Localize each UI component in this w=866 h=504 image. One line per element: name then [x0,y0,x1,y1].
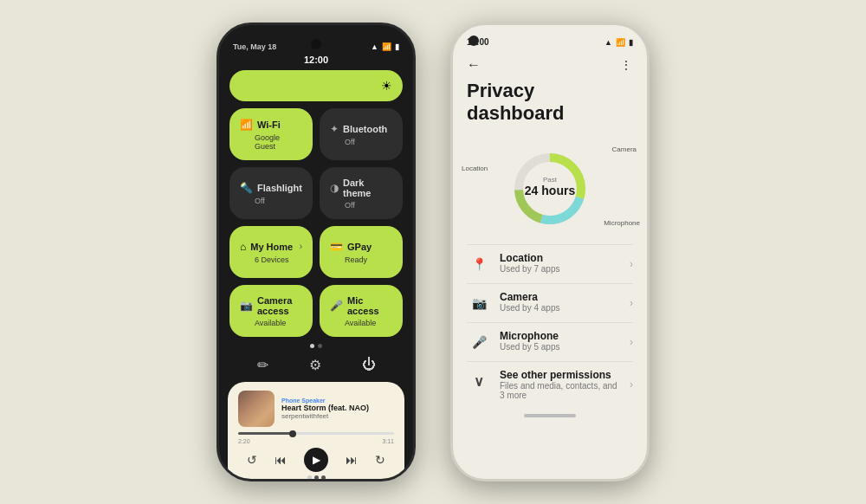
permissions-list: 📍 Location Used by 7 apps › 📷 Camera Use… [453,241,647,410]
wifi-icon: 📶 [240,119,253,131]
page-title: Privacy dashboard [453,76,647,132]
flashlight-label: Flashlight [257,183,302,193]
perm-location-text: Location Used by 7 apps [500,252,560,274]
mp-dot-1 [307,475,312,480]
donut-label-top: Past [525,176,575,184]
mp-dots [238,475,394,480]
time-current: 2:20 [238,438,250,444]
camera-access-icon: 📷 [240,300,253,312]
camera-punch-left [311,39,321,49]
edit-icon[interactable]: ✏ [257,357,268,373]
microphone-chevron: › [630,336,633,348]
power-icon[interactable]: ⏻ [362,357,376,373]
media-player: Phone Speaker Heart Storm (feat. NAO) se… [228,382,404,481]
status-icons-right: ▲ 📶 ▮ [604,38,633,47]
settings-icon[interactable]: ⚙ [309,357,321,373]
location-chevron: › [630,258,633,270]
myhome-sub: 6 Devices [240,255,302,264]
gpay-icon: 💳 [330,241,343,253]
mic-icon: 🎤 [330,300,343,312]
brightness-icon: ☀ [381,79,392,93]
mp-dot-2 [314,475,319,480]
time-left: 12:00 [219,55,413,65]
forward-icon[interactable]: ↻ [375,453,385,467]
tile-gpay[interactable]: 💳 GPay Ready [320,226,403,278]
replay-icon[interactable]: ↺ [247,453,257,467]
rp-nav: ← ⋮ [453,50,647,76]
mp-times: 2:20 3:11 [238,438,394,444]
mic-label: Mic access [347,295,392,316]
tile-wifi[interactable]: 📶 Wi-Fi Google Guest [229,108,313,160]
location-name: Location [500,252,560,264]
mic-sub: Available [330,319,392,327]
legend-camera: Camera [612,145,637,153]
mp-device: Phone Speaker [281,397,394,404]
next-icon[interactable]: ⏭ [346,453,358,467]
dot-1 [310,344,314,348]
perm-location[interactable]: 📍 Location Used by 7 apps › [467,244,633,283]
gpay-sub: Ready [330,255,392,264]
menu-button[interactable]: ⋮ [620,58,633,72]
phone-left: Tue, May 18 ▲ 📶 ▮ 12:00 ☀ 📶 Wi-Fi Google… [216,23,416,481]
mp-artist: serpentwithfeet [281,412,394,420]
bottom-icons: ✏ ⚙ ⏻ [219,352,413,378]
tile-darktheme[interactable]: ◑ Dark theme Off [320,167,403,219]
battery-icon: ▮ [395,42,399,51]
signal-icon: 📶 [382,42,391,51]
wifi-label: Wi-Fi [257,120,281,130]
perm-other-text: See other permissions Files and media, c… [500,369,621,400]
perm-camera[interactable]: 📷 Camera Used by 4 apps › [467,283,633,322]
gpay-label: GPay [347,242,372,252]
status-bar-right: 12:00 ▲ 📶 ▮ [453,25,647,50]
status-date: Tue, May 18 [233,42,276,51]
camera-label: Camera access [257,295,302,316]
status-icons-left: ▲ 📶 ▮ [371,42,399,51]
camera-punch-right [469,36,479,46]
microphone-icon: 🎤 [467,330,491,354]
tile-mic[interactable]: 🎤 Mic access Available [320,285,403,337]
perm-microphone[interactable]: 🎤 Microphone Used by 5 apps › [467,322,633,361]
location-desc: Used by 7 apps [500,264,560,274]
play-button[interactable]: ▶ [304,448,328,472]
mp-info: Phone Speaker Heart Storm (feat. NAO) se… [281,397,394,420]
tile-camera[interactable]: 📷 Camera access Available [229,285,313,337]
prev-icon[interactable]: ⏮ [275,453,287,467]
wifi-right-icon: 📶 [616,38,625,47]
dot-2 [318,344,322,348]
other-chevron: › [630,378,633,391]
camera-name: Camera [500,291,560,303]
progress-bar[interactable] [238,432,394,435]
bluetooth-sub: Off [330,138,392,146]
camera-chevron: › [630,297,633,309]
brightness-slider[interactable]: ☀ [229,70,403,101]
darktheme-label: Dark theme [343,178,392,198]
other-name: See other permissions [500,369,621,381]
bluetooth-label: Bluetooth [343,124,387,134]
camera-perm-icon: 📷 [467,291,491,315]
tile-flashlight[interactable]: 🔦 Flashlight Off [229,167,313,219]
perm-camera-text: Camera Used by 4 apps [500,291,560,313]
signal-right-icon: ▲ [604,38,612,47]
phones-container: Tue, May 18 ▲ 📶 ▮ 12:00 ☀ 📶 Wi-Fi Google… [0,5,866,499]
darktheme-icon: ◑ [330,182,339,194]
microphone-desc: Used by 5 apps [500,342,560,352]
tile-myhome[interactable]: ⌂ My Home › 6 Devices [229,226,313,278]
wifi-status-icon: ▲ [371,42,378,51]
mp-dot-3 [321,475,326,480]
progress-fill [238,432,293,435]
battery-right-icon: ▮ [629,38,633,47]
donut-label: Past 24 hours [525,176,575,197]
legend-microphone: Microphone [604,219,640,227]
camera-desc: Used by 4 apps [500,303,560,313]
flashlight-icon: 🔦 [240,182,253,194]
perm-other[interactable]: ∨ See other permissions Files and media,… [467,361,633,407]
tile-bluetooth[interactable]: ✦ Bluetooth Off [320,108,403,160]
perm-microphone-text: Microphone Used by 5 apps [500,330,560,352]
mp-controls: ↺ ⏮ ▶ ⏭ ↻ [238,448,394,472]
tiles-grid: 📶 Wi-Fi Google Guest ✦ Bluetooth Off 🔦 F… [219,108,413,337]
back-button[interactable]: ← [467,57,481,73]
bluetooth-icon: ✦ [330,123,339,135]
progress-dot [289,430,296,437]
phone-right: 12:00 ▲ 📶 ▮ ← ⋮ Privacy dashboard [450,23,650,481]
location-icon: 📍 [467,252,491,276]
